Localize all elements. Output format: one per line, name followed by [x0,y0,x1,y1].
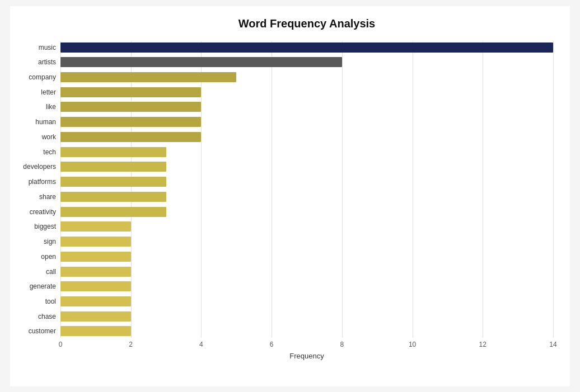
bar-label: biggest [8,223,56,230]
bar [60,72,236,82]
bar-row: share [60,191,553,203]
bar [60,326,131,336]
bar-label: work [8,133,56,141]
chart-title: Word Frequency Analysis [60,17,553,30]
bar [60,147,166,157]
bars-section: musicartistscompanyletterlikehumanworkte… [60,41,553,338]
bar [60,57,342,67]
bar-row: music [60,41,553,54]
bar-row: human [60,116,553,128]
bar-row: creativity [60,206,553,218]
bar [60,296,131,306]
bar-row: tech [60,146,553,158]
bar [60,237,131,247]
bar-row: sign [60,235,553,248]
bar-row: letter [60,86,553,98]
bar-label: customer [8,327,56,335]
bar [60,102,201,112]
bar-row: developers [60,160,553,173]
bar-label: chase [8,313,56,320]
x-axis-label: Frequency [289,352,324,360]
bar-label: sign [8,238,56,245]
bar [60,132,201,142]
bar-row: artists [60,56,553,68]
bar [60,252,131,262]
bar-label: tech [8,148,56,156]
grid-line [553,41,554,338]
x-tick: 14 [549,341,556,348]
chart-area: musicartistscompanyletterlikehumanworkte… [60,41,553,360]
bar-label: developers [8,163,56,171]
bar-label: artists [8,58,56,66]
x-tick: 8 [340,341,344,348]
bar-row: chase [60,310,553,323]
bar [60,42,553,53]
bar-label: tool [8,297,56,305]
bar [60,281,131,291]
bar-row: customer [60,325,553,337]
bar-row: biggest [60,220,553,233]
bar-label: human [8,118,56,126]
bar-row: company [60,71,553,83]
bar [60,117,201,127]
x-tick: 12 [479,341,487,348]
bar-label: music [8,44,56,51]
bar [60,87,201,97]
bar-label: creativity [8,208,56,216]
bar-row: tool [60,295,553,308]
bar-row: generate [60,280,553,292]
bar [60,221,131,232]
bar [60,162,166,172]
bar-row: work [60,131,553,143]
bar-label: letter [8,88,56,96]
bar-label: share [8,193,56,201]
x-tick: 4 [199,341,203,348]
bar [60,177,166,187]
chart-container: Word Frequency Analysis musicartistscomp… [10,6,570,386]
bar-label: platforms [8,178,56,186]
bar-label: company [8,73,56,81]
x-tick: 6 [270,341,274,348]
bar [60,311,131,322]
bar-label: generate [8,282,56,290]
x-axis: Frequency 02468101214 [60,338,553,360]
x-tick: 10 [409,341,416,348]
bar-row: open [60,251,553,263]
bar-row: platforms [60,176,553,188]
bar-label: open [8,253,56,261]
bar [60,267,131,277]
bar-row: like [60,101,553,113]
bar-label: call [8,268,56,276]
x-tick: 2 [129,341,133,348]
bar [60,192,166,202]
x-tick: 0 [59,341,63,348]
bar-label: like [8,103,56,111]
bar [60,207,166,217]
bar-row: call [60,266,553,278]
